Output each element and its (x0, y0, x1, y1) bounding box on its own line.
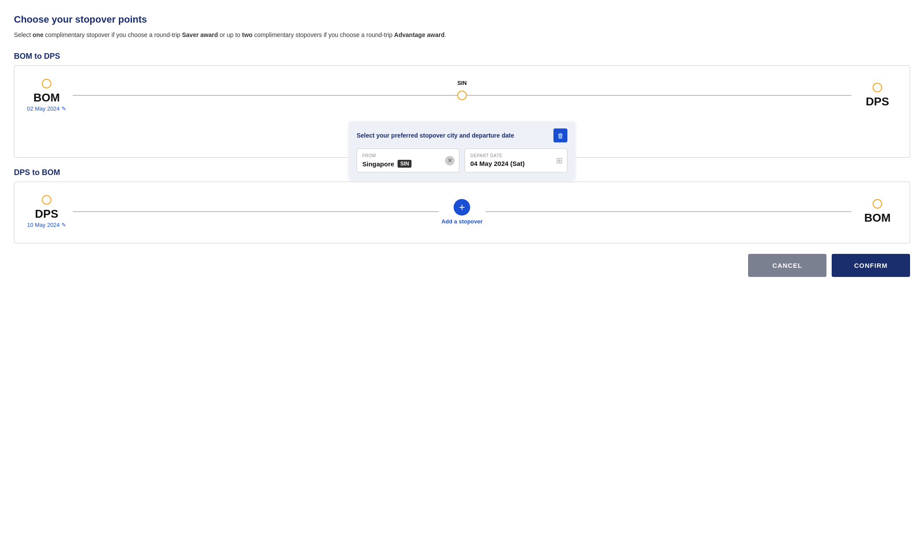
route1-origin-code: BOM (34, 91, 60, 105)
popup-from-badge: SIN (398, 160, 411, 168)
route1-stopover-circle (457, 91, 467, 100)
popup-from-field[interactable]: FROM Singapore SIN ✕ (357, 148, 459, 172)
add-stopover-icon: + (454, 199, 470, 216)
cancel-button[interactable]: CANCEL (748, 254, 826, 277)
route1-origin-dot (42, 79, 51, 88)
route2-origin: DPS 10 May 2024 ✎ (25, 195, 68, 228)
route2-origin-code: DPS (35, 207, 58, 221)
route2-destination: BOM (856, 199, 899, 225)
route1-origin-date: 02 May 2024 ✎ (27, 105, 66, 112)
route2-line-left (73, 211, 462, 212)
page-subtitle: Select one complimentary stopover if you… (14, 30, 910, 40)
route2-line-right (462, 211, 851, 212)
route2-origin-date: 10 May 2024 ✎ (27, 222, 66, 228)
popup-depart-label: DEPART DATE (470, 153, 562, 158)
route2-origin-edit-icon[interactable]: ✎ (61, 222, 66, 228)
add-stopover-label: Add a stopover (442, 218, 483, 225)
route2-line: + Add a stopover (73, 211, 851, 212)
bottom-actions: CANCEL CONFIRM (14, 254, 910, 277)
popup-from-clear-button[interactable]: ✕ (445, 156, 455, 165)
page-title: Choose your stopover points (14, 14, 910, 25)
route1-line-right (462, 95, 851, 96)
route2-destination-code: BOM (864, 211, 891, 225)
popup-from-label: FROM (362, 153, 454, 158)
confirm-button[interactable]: CONFIRM (832, 254, 910, 277)
popup-delete-button[interactable]: 🗑 (553, 128, 567, 142)
route2-destination-dot (873, 199, 882, 209)
route1-line-left (73, 95, 462, 96)
route1-origin-edit-icon[interactable]: ✎ (61, 105, 66, 112)
route1-section-label: BOM to DPS (14, 52, 910, 61)
route2-box: DPS 10 May 2024 ✎ + Add a stopover BOM (14, 182, 910, 243)
popup-from-value: Singapore SIN (362, 160, 454, 168)
route1-destination: DPS (856, 83, 899, 108)
route1-destination-dot (873, 83, 882, 92)
route2-origin-dot (42, 195, 51, 205)
popup-depart-calendar-button[interactable]: ⊞ (556, 156, 563, 165)
popup-fields: FROM Singapore SIN ✕ DEPART DATE 04 May … (357, 148, 567, 172)
route1-destination-code: DPS (866, 95, 889, 108)
route1-box: BOM 02 May 2024 ✎ SIN Select your prefer… (14, 65, 910, 158)
popup-from-city: Singapore (362, 160, 394, 168)
route1-origin: BOM 02 May 2024 ✎ (25, 79, 68, 112)
popup-depart-value: 04 May 2024 (Sat) (470, 160, 562, 167)
popup-depart-field[interactable]: DEPART DATE 04 May 2024 (Sat) ⊞ (465, 148, 567, 172)
popup-title: Select your preferred stopover city and … (357, 132, 514, 139)
popup-header: Select your preferred stopover city and … (357, 128, 567, 142)
route1-stopover-label: SIN (457, 80, 467, 86)
add-stopover-button[interactable]: + Add a stopover (442, 199, 483, 225)
route1-line: SIN Select your preferred stopover city … (73, 95, 851, 96)
route1-stopover-popup: Select your preferred stopover city and … (349, 121, 575, 180)
